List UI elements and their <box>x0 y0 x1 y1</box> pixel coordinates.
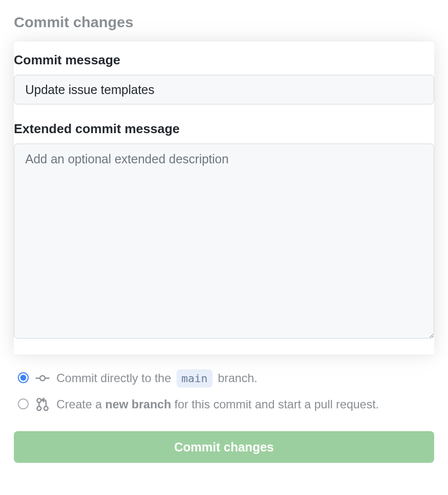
branch-options: Commit directly to the main branch. Crea… <box>14 369 434 413</box>
commit-message-input[interactable] <box>14 75 434 104</box>
commit-message-card: Commit message Extended commit message <box>14 42 434 354</box>
extended-message-label: Extended commit message <box>14 121 434 137</box>
radio-new-branch-text: Create a new branch for this commit and … <box>56 396 430 413</box>
svg-point-0 <box>40 376 45 381</box>
pull-request-icon <box>36 397 49 411</box>
branch-badge: main <box>177 369 213 388</box>
svg-point-5 <box>44 406 48 410</box>
commit-icon <box>36 371 49 385</box>
extended-message-textarea[interactable] <box>14 144 434 339</box>
svg-point-4 <box>37 406 41 410</box>
svg-point-3 <box>37 398 41 402</box>
radio-button-direct[interactable] <box>18 372 29 383</box>
radio-button-new-branch[interactable] <box>18 398 29 409</box>
radio-commit-direct[interactable]: Commit directly to the main branch. <box>18 369 430 388</box>
commit-message-label: Commit message <box>14 52 434 68</box>
commit-changes-button[interactable]: Commit changes <box>14 431 434 463</box>
radio-new-branch[interactable]: Create a new branch for this commit and … <box>18 396 430 413</box>
radio-direct-text: Commit directly to the main branch. <box>56 369 430 388</box>
page-title: Commit changes <box>14 14 434 31</box>
